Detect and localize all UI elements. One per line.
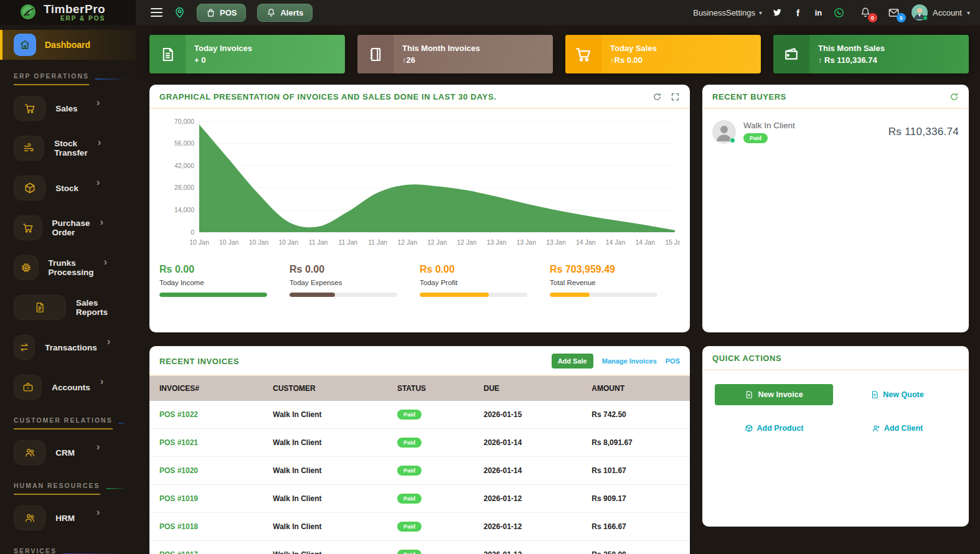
add-sale-button[interactable]: Add Sale [552,354,593,369]
invoice-number[interactable]: POS #1018 [149,513,263,541]
expand-icon[interactable] [671,92,680,101]
invoice-number[interactable]: POS #1019 [149,485,263,513]
invoice-amount: Rs 742.50 [582,401,690,429]
chevron-right-icon: › [100,217,127,227]
card-today-invoices[interactable]: Today Invoices + 0 [149,35,345,73]
sales-chart-panel: GRAPHICAL PRESENTATION OF INVOICES AND S… [149,85,690,332]
invoice-customer: Walk In Client [263,541,387,554]
table-row[interactable]: POS #1018 Walk In Client Paid 2026-01-12… [149,513,690,541]
table-row[interactable]: POS #1022 Walk In Client Paid 2026-01-15… [149,401,690,429]
invoice-customer: Walk In Client [263,401,387,429]
new-quote-link[interactable]: New Quote [870,390,923,399]
buyer-name: Walk In Client [743,121,888,130]
card-value: ↑26 [402,55,480,65]
sidebar-item-dashboard[interactable]: Dashboard [0,30,136,60]
sidebar-item-crm[interactable]: CRM› [0,436,136,469]
sidebar-section-services: SERVICES [14,547,126,554]
add-client-label: Add Client [884,424,923,433]
sidebar-item-stock-transfer[interactable]: Stock Transfer› [0,131,136,165]
stat-label: Today Expenses [290,279,397,286]
pos-link[interactable]: POS [666,357,680,365]
sidebar-item-transactions[interactable]: Transactions› [0,331,136,364]
card-month-invoices[interactable]: This Month Invoices ↑26 [357,35,553,73]
invoice-due: 2026-01-14 [474,457,582,485]
pos-button[interactable]: POS [197,4,246,22]
status-badge: Paid [397,494,422,504]
buyers-panel-title: RECENT BUYERS [712,92,786,101]
invoice-amount: Rs 101.67 [582,457,690,485]
cart-icon [565,35,601,73]
sidebar-item-sales-reports[interactable]: Sales Reports [0,291,136,324]
table-row[interactable]: POS #1021 Walk In Client Paid 2026-01-14… [149,429,690,457]
col-amount: AMOUNT [582,376,690,401]
stat-label: Today Income [159,279,267,286]
quick-actions-panel: QUICK ACTIONS New Invoice New Quote Add … [702,346,969,527]
sidebar-item-hrm[interactable]: HRM› [0,501,136,535]
business-settings-menu[interactable]: BusinessSettings ▾ [693,8,762,17]
linkedin-icon[interactable]: in [813,7,824,18]
status-badge: Paid [397,410,422,420]
sidebar-item-accounts[interactable]: Accounts› [0,370,136,404]
card-today-sales[interactable]: Today Sales ↑Rs 0.00 [565,35,761,73]
new-invoice-button[interactable]: New Invoice [715,384,833,405]
account-label: Account [933,8,962,17]
account-menu[interactable]: Account ▾ [912,4,970,21]
refresh-icon[interactable] [653,92,662,101]
sidebar-section-erp-operations: ERP OPERATIONS [14,72,126,85]
chevron-down-icon: ▾ [967,9,970,16]
messages-button[interactable]: 0 [887,5,902,20]
sidebar-item-trunks-processing[interactable]: Trunks Processing› [0,251,136,284]
table-row[interactable]: POS #1017 Walk In Client Paid 2026-01-12… [149,541,690,554]
buyer-list-item[interactable]: Walk In Client Paid Rs 110,336.74 [702,109,969,155]
sidebar-section-human-resources: HUMAN RESOURCES [14,482,126,495]
messages-count-badge: 0 [897,13,906,22]
chevron-right-icon: › [97,97,127,108]
buyer-amount: Rs 110,336.74 [888,126,959,138]
x-axis-tick: 10 Jan [249,238,269,246]
sidebar-item-sales[interactable]: Sales› [0,92,136,125]
menu-toggle-icon[interactable] [151,8,163,17]
stat-label: Total Revenue [550,279,657,286]
invoice-number[interactable]: POS #1020 [149,457,263,485]
location-pin-icon[interactable] [174,7,186,19]
col-customer: CUSTOMER [263,376,387,401]
table-row[interactable]: POS #1020 Walk In Client Paid 2026-01-14… [149,457,690,485]
whatsapp-icon[interactable] [834,7,844,18]
alerts-button[interactable]: Alerts [257,4,313,22]
sidebar-item-purchase-order[interactable]: Purchase Order› [0,211,136,245]
invoice-number[interactable]: POS #1022 [149,401,263,429]
chevron-right-icon: › [103,256,127,267]
sidebar-item-stock[interactable]: Stock› [0,171,136,205]
facebook-icon[interactable]: f [793,7,803,18]
y-axis-tick: 42,000 [174,162,194,169]
notifications-button[interactable]: 0 [858,5,873,20]
stat-value: Rs 0.00 [159,264,267,275]
add-product-link[interactable]: Add Product [745,424,804,433]
app-tagline: ERP & POS [44,16,105,22]
card-month-sales[interactable]: This Month Sales ↑ Rs 110,336.74 [773,35,969,73]
invoice-amount: Rs 909.17 [582,485,690,513]
stat-today-profit: Rs 0.00 Today Profit [420,264,550,297]
table-row[interactable]: POS #1019 Walk In Client Paid 2026-01-12… [149,485,690,513]
logo-area[interactable]: TimberPro ERP & POS [0,0,136,25]
invoice-number[interactable]: POS #1021 [149,429,263,457]
file-icon [870,390,879,399]
file-plus-icon [745,390,753,399]
buyer-avatar [712,120,736,144]
progress-bar [290,293,335,297]
refresh-icon[interactable] [949,92,959,101]
twitter-icon[interactable] [772,7,783,18]
invoice-customer: Walk In Client [263,429,387,457]
stat-value: Rs 0.00 [420,264,527,275]
cart-icon [14,215,42,240]
swap-arrows-icon [14,335,35,360]
add-client-link[interactable]: Add Client [872,424,923,433]
card-label: This Month Invoices [402,44,480,53]
sidebar-section-customer-relations: CUSTOMER RELATIONS [14,416,126,430]
manage-invoices-link[interactable]: Manage Invoices [602,357,657,365]
invoice-due: 2026-01-15 [474,401,582,429]
sales-area-chart: 014,00028,00042,00056,00070,00010 Jan10 … [149,109,690,255]
invoice-number[interactable]: POS #1017 [149,541,263,554]
stat-total-revenue: Rs 703,959.49 Total Revenue [550,264,680,297]
progress-bar [420,293,489,297]
